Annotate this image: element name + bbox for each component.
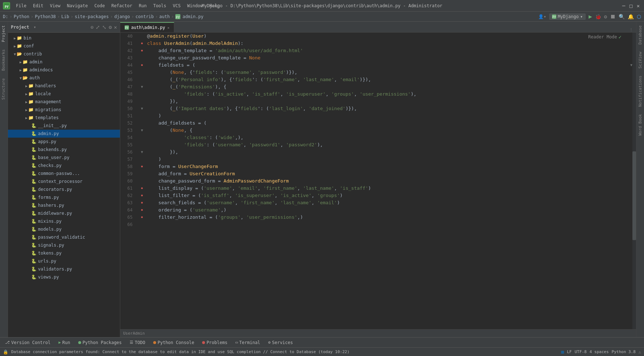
minimize-button[interactable]: ─ <box>621 3 627 9</box>
line-content-47[interactable]: (_('Permissions'), { <box>146 83 632 91</box>
line-content-59[interactable]: add_form = UserCreationForm <box>146 170 632 177</box>
line-content-66[interactable] <box>146 221 632 228</box>
line-content-40[interactable]: @admin.register(User) <box>146 33 632 40</box>
tree-forms-py[interactable]: 🐍 forms.py <box>8 193 120 201</box>
maximize-button[interactable]: □ <box>628 3 634 9</box>
breadcrumb-sitepackages[interactable]: site-packages <box>75 14 109 19</box>
tree-models-py[interactable]: 🐍 models.py <box>8 225 120 233</box>
line-content-50[interactable]: (_('Important dates'), {'fields': ('last… <box>146 105 632 112</box>
reader-mode-toggle[interactable]: ✓ <box>619 34 622 40</box>
menu-run[interactable]: Run <box>136 2 150 10</box>
tree-apps-py[interactable]: 🐍 apps.py <box>8 138 120 146</box>
code-editor[interactable]: Reader Mode ✓ 40 @admin.register(User) 4… <box>120 33 632 329</box>
bottom-tab-problems[interactable]: Problems <box>198 338 231 347</box>
status-message[interactable]: Database connection parameters found: Co… <box>11 349 350 354</box>
debug-button[interactable]: 🐞 <box>595 14 601 20</box>
tree-context-processor[interactable]: 🐍 context_processor <box>8 177 120 185</box>
vtab-notifications[interactable]: Notifications <box>637 72 644 110</box>
tree-base-user-py[interactable]: 🐍 base_user.py <box>8 154 120 162</box>
tree-contrib[interactable]: ▼ 📂 contrib <box>8 50 120 58</box>
line-content-52[interactable]: add_fieldsets = ( <box>146 120 632 127</box>
tree-init-py[interactable]: 🐍 __init__.py <box>8 122 120 130</box>
menu-vcs[interactable]: VCS <box>170 2 184 10</box>
gear-icon[interactable]: ⬡ <box>637 14 641 20</box>
tree-decorators-py[interactable]: 🐍 decorators.py <box>8 185 120 193</box>
recent-files-icon[interactable]: ⋮ <box>629 28 633 32</box>
line-content-43[interactable]: change_user_password_template = None <box>146 54 632 62</box>
menu-refactor[interactable]: Refactor <box>108 2 135 10</box>
stop-button[interactable]: ⏹ <box>610 13 616 20</box>
menu-navigate[interactable]: Navigate <box>64 2 91 10</box>
tree-migrations[interactable]: ▶ 📁 migrations <box>8 106 120 114</box>
locate-icon[interactable]: ⊙ <box>91 24 93 30</box>
line-content-44[interactable]: fieldsets = ( <box>146 62 629 69</box>
status-python-version[interactable]: Python 3.8 <box>612 349 636 354</box>
tree-conf[interactable]: ▶ 📁 conf <box>8 42 120 50</box>
line-content-56[interactable]: }), <box>146 148 632 156</box>
tab-admin-py[interactable]: py auth\admin.py ✕ <box>120 22 174 32</box>
more-run-options[interactable]: ⚙ <box>604 14 607 20</box>
menu-code[interactable]: Code <box>92 2 108 10</box>
breadcrumb-python38[interactable]: Python38 <box>35 14 56 19</box>
tab-close-button[interactable]: ✕ <box>167 26 170 30</box>
line-content-61[interactable]: list_display = ('username', 'email', 'fi… <box>146 185 632 192</box>
tree-admindocs[interactable]: ▶ 📁 admindocs <box>8 66 120 74</box>
vtab-database[interactable]: Database <box>637 22 644 48</box>
bottom-tab-vcs[interactable]: ⎇ Version Control <box>1 338 54 347</box>
tree-validators-py[interactable]: 🐍 validators.py <box>8 265 120 273</box>
close-button[interactable]: ✕ <box>635 3 641 9</box>
line-content-41[interactable]: class UserAdmin(admin.ModelAdmin): <box>146 40 632 47</box>
bottom-tab-services[interactable]: ⚙ Services <box>264 338 296 347</box>
breadcrumb-django[interactable]: django <box>114 14 130 19</box>
editor-scrollbar[interactable] <box>632 33 636 329</box>
bottom-tab-python-console[interactable]: Python Console <box>150 338 198 347</box>
tree-middleware-py[interactable]: 🐍 middleware.py <box>8 209 120 217</box>
breadcrumb-file[interactable]: admin.py <box>183 14 204 19</box>
breadcrumb-python[interactable]: Python <box>14 14 29 19</box>
notifications-icon[interactable]: 🔔 <box>628 14 634 20</box>
tree-urls-py[interactable]: 🐍 urls.py <box>8 257 120 265</box>
bottom-tab-python-packages[interactable]: Python Packages <box>75 338 125 347</box>
breadcrumb-auth[interactable]: auth <box>159 14 170 19</box>
tree-handlers[interactable]: ▶ 📁 handlers <box>8 82 120 90</box>
bottom-tab-todo[interactable]: ☰ TODO <box>126 338 149 347</box>
search-everywhere-button[interactable]: 🔍 <box>619 14 625 20</box>
vtab-wordbook[interactable]: Word Book <box>637 110 644 139</box>
expand-all-icon[interactable]: ⤢ <box>96 24 100 30</box>
left-panel-project[interactable]: Project <box>0 22 8 46</box>
bottom-tab-run[interactable]: ▶ Run <box>55 338 74 347</box>
line-content-64[interactable]: ordering = ('username',) <box>146 206 632 214</box>
left-panel-structure[interactable]: Structure <box>0 75 8 104</box>
scrollbar-thumb[interactable] <box>632 151 636 240</box>
breadcrumb-contrib[interactable]: contrib <box>135 14 154 19</box>
tree-management[interactable]: ▶ 📁 management <box>8 98 120 106</box>
menu-view[interactable]: View <box>47 2 63 10</box>
tree-hashers-py[interactable]: 🐍 hashers.py <box>8 201 120 209</box>
menu-file[interactable]: File <box>13 2 29 10</box>
account-icon[interactable]: 👤▾ <box>538 14 546 19</box>
close-sidebar-icon[interactable]: ✕ <box>114 24 117 30</box>
tree-admin-py[interactable]: 🐍 admin.py <box>8 130 120 138</box>
line-content-54[interactable]: 'classes': ('wide',), <box>146 134 632 141</box>
tree-mixins-py[interactable]: 🐍 mixins.py <box>8 217 120 225</box>
tree-bin[interactable]: ▶ 📁 bin <box>8 34 120 42</box>
tree-templates[interactable]: ▶ 📁 templates <box>8 114 120 122</box>
tree-tokens-py[interactable]: 🐍 tokens.py <box>8 249 120 257</box>
status-lf[interactable]: LF <box>567 349 572 354</box>
tree-views-py[interactable]: 🐍 views.py <box>8 273 120 281</box>
line-content-45[interactable]: (None, {'fields': ('username', 'password… <box>146 69 632 76</box>
line-content-53[interactable]: (None, { <box>146 127 632 134</box>
line-content-57[interactable]: ) <box>146 156 632 163</box>
settings-icon[interactable]: ⚙ <box>109 24 112 30</box>
bottom-tab-terminal[interactable]: ▭ Terminal <box>232 338 264 347</box>
status-encoding[interactable]: UTF-8 <box>574 349 586 354</box>
tree-auth[interactable]: ▼ 📂 auth <box>8 74 120 82</box>
menu-edit[interactable]: Edit <box>30 2 46 10</box>
tree-locale[interactable]: ▶ 📁 locale <box>8 90 120 98</box>
tree-checks-py[interactable]: 🐍 checks.py <box>8 162 120 169</box>
line-content-51[interactable]: ) <box>146 112 632 120</box>
tree-backends-py[interactable]: 🐍 backends.py <box>8 146 120 154</box>
line-content-48[interactable]: 'fields': ('is_active', 'is_staff', 'is_… <box>146 91 632 98</box>
line-content-60[interactable]: change_password_form = AdminPasswordChan… <box>146 177 632 185</box>
run-config[interactable]: py MyDjango ▾ <box>549 13 586 20</box>
